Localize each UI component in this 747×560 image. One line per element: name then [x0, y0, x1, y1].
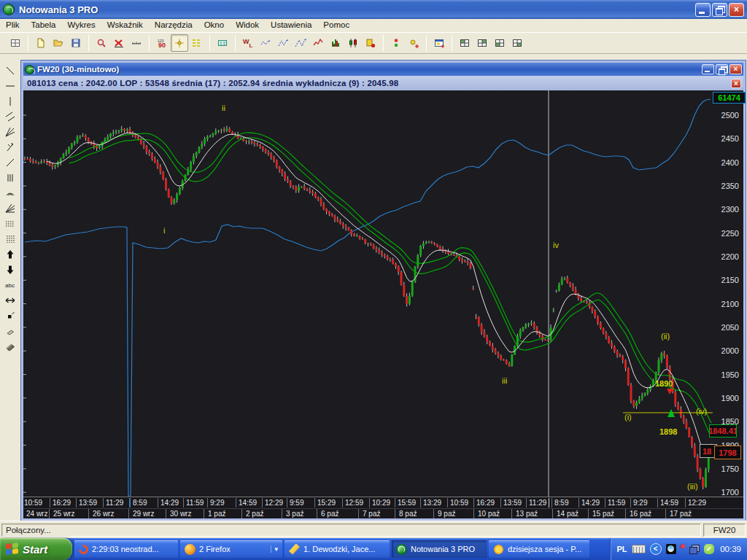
horizontal-grid-tool[interactable] — [1, 216, 19, 231]
task-buttons: 2:29:03 neostrad...2 Firefox▾1. Dewodzki… — [72, 540, 589, 558]
delete-x-button[interactable] — [110, 34, 128, 52]
title-bar: Notowania 3 PRO × — [0, 0, 747, 19]
date-separator — [88, 509, 89, 518]
time-tick: 10:59 — [24, 499, 42, 507]
zigzag-medium-button[interactable] — [274, 34, 292, 52]
gann-fan-tool[interactable] — [1, 201, 19, 216]
task-firefox[interactable]: 2 Firefox▾ — [180, 540, 282, 558]
wl-indicator-button[interactable]: WL — [239, 34, 257, 52]
time-tick: 13:59 — [79, 499, 97, 507]
arrow-up-tool[interactable] — [1, 246, 19, 262]
clock: 00:39 — [720, 545, 741, 553]
time-separator — [207, 498, 208, 508]
zoom-button[interactable] — [93, 34, 110, 52]
parallel-lines-tool[interactable] — [1, 109, 19, 124]
vertical-grid-tool[interactable] — [1, 231, 19, 246]
time-separator — [420, 498, 421, 508]
save-button[interactable] — [67, 34, 85, 52]
start-button[interactable]: Start — [0, 538, 72, 560]
time-separator — [76, 498, 77, 508]
info-bar-close-icon[interactable]: × — [731, 79, 741, 88]
menu-wykres[interactable]: Wykres — [61, 20, 101, 31]
ruler-icon — [131, 37, 142, 49]
date-axis[interactable]: 24 wrz25 wrz26 wrz29 wrz30 wrz1 paź2 paź… — [23, 508, 743, 518]
price-axis[interactable]: 2500245024002350230022502200215021002050… — [713, 90, 743, 497]
crosshair-button[interactable] — [171, 34, 188, 52]
task-notowania[interactable]: Notowania 3 PRO — [392, 540, 487, 558]
add-key-button[interactable] — [405, 34, 422, 52]
menu-tabela[interactable]: Tabela — [26, 20, 62, 31]
layout-bl-button[interactable] — [491, 34, 508, 52]
task-group-dropdown[interactable]: ▾ — [271, 545, 278, 553]
price-tick: 1750 — [714, 464, 739, 473]
arrow-down-tool[interactable] — [1, 262, 19, 277]
bar-chart-button[interactable] — [327, 34, 344, 52]
layout-tr-button[interactable] — [473, 34, 491, 52]
menu-ustawienia[interactable]: Ustawienia — [265, 20, 317, 31]
toolbar-separator — [426, 35, 427, 51]
chart-close-button[interactable]: × — [729, 64, 742, 74]
fan-lines-tool[interactable] — [1, 124, 19, 139]
horizontal-line-tool[interactable] — [1, 78, 19, 93]
antivirus-check-icon[interactable]: ✓ — [704, 544, 714, 554]
vertical-lines-tool[interactable] — [1, 170, 19, 185]
alert-star-icon[interactable]: * — [681, 544, 686, 554]
window-grid-button[interactable] — [7, 34, 24, 52]
messenger-icon[interactable] — [666, 544, 676, 554]
close-button[interactable]: × — [729, 3, 744, 17]
menu-plik[interactable]: Plik — [0, 20, 26, 31]
new-file-button[interactable] — [32, 34, 50, 52]
trend-down-tool[interactable] — [1, 63, 19, 78]
vertical-line-tool[interactable] — [1, 93, 19, 109]
menu-wskaźnik[interactable]: Wskaźnik — [101, 20, 149, 31]
quote-table-button[interactable] — [214, 34, 231, 52]
network-monitors-icon[interactable] — [689, 545, 700, 554]
horizontal-arrow-tool[interactable] — [1, 292, 19, 308]
task-neostrada[interactable]: 2:29:03 neostrad... — [74, 540, 178, 558]
trend-up-tool[interactable] — [1, 155, 19, 170]
menu-okno[interactable]: Okno — [198, 20, 231, 31]
keyboard-icon[interactable] — [632, 545, 646, 553]
menu-widok[interactable]: Widok — [230, 20, 265, 31]
hide-icons-chevron[interactable]: < — [650, 543, 662, 555]
pitchfork-tool[interactable] — [1, 139, 19, 155]
eraser-tool[interactable] — [1, 323, 19, 338]
chart-restore-button[interactable] — [716, 64, 728, 74]
task-sun[interactable]: dzisiejsza sesja - P... — [489, 540, 589, 558]
layout-tl-button[interactable] — [456, 34, 473, 52]
language-indicator[interactable]: PL — [617, 545, 627, 553]
volume-chart-button[interactable] — [362, 34, 379, 52]
candlestick-chart[interactable] — [23, 90, 713, 497]
chart-window-title-bar[interactable]: FW20 (30-minutowo) × — [23, 63, 743, 76]
text-abc-tool[interactable]: abc — [1, 277, 19, 292]
date-separator — [317, 509, 317, 518]
time-tick: 11:29 — [106, 499, 123, 507]
ruler-button[interactable] — [128, 34, 145, 52]
signal-dots-button[interactable] — [387, 34, 405, 52]
task-pen[interactable]: 1. Dewodzki, Jace... — [285, 540, 390, 558]
time-axis[interactable]: 10:5916:2913:5911:298:5914:2911:599:2914… — [23, 497, 743, 508]
menu-narzędzia[interactable]: Narzędzia — [149, 20, 198, 31]
chart-minimize-button[interactable] — [702, 64, 714, 74]
date-separator — [166, 509, 166, 518]
zigzag-large-button[interactable] — [292, 34, 309, 52]
snap-point-tool[interactable] — [1, 308, 19, 323]
line-chart-button[interactable] — [309, 34, 327, 52]
minimize-button[interactable] — [695, 3, 711, 17]
candle-chart-button[interactable] — [344, 34, 362, 52]
eraser-large-tool[interactable] — [1, 338, 19, 354]
date-tick: 16 paź — [630, 510, 651, 518]
layout-br-button[interactable] — [508, 34, 526, 52]
sun-icon — [493, 544, 504, 555]
new-window-button[interactable] — [430, 34, 448, 52]
arc-tool[interactable] — [1, 185, 19, 201]
zigzag-small-button[interactable] — [257, 34, 274, 52]
menu-pomoc[interactable]: Pomoc — [317, 20, 355, 31]
open-folder-button[interactable] — [50, 34, 67, 52]
restore-button[interactable] — [712, 3, 727, 17]
date-tick: 1 paź — [208, 510, 225, 518]
chart-window-icon — [25, 65, 34, 74]
scale-90-button[interactable]: 12390 — [153, 34, 171, 52]
h-lines-button[interactable] — [188, 34, 206, 52]
price-tick: 2400 — [714, 158, 739, 167]
